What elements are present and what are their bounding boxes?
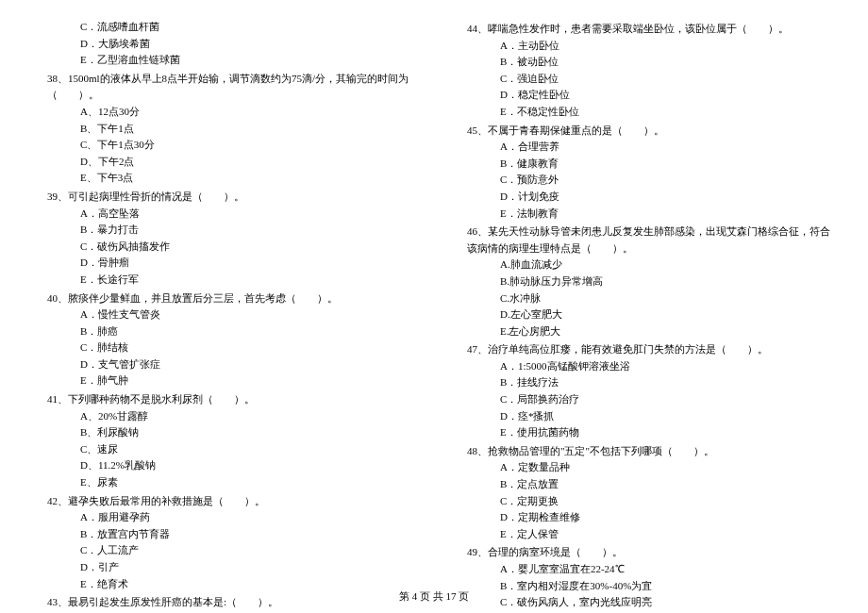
q37-option-e: E．乙型溶血性链球菌 (80, 52, 420, 69)
q45-option-e: E．法制教育 (500, 206, 840, 223)
q42-stem: 42、避孕失败后最常用的补救措施是（ ）。 (47, 493, 420, 510)
q48-option-c: C．定期更换 (500, 493, 840, 510)
q39-option-d: D．骨肿瘤 (80, 255, 420, 272)
q48-option-b: B．定点放置 (500, 476, 840, 493)
right-column: 44、哮喘急性发作时，患者需要采取端坐卧位，该卧位属于（ ）。 A．主动卧位 B… (448, 19, 840, 613)
q46-stem: 46、某先天性动脉导管未闭患儿反复发生肺部感染，出现艾森门格综合征，符合该病情的… (467, 224, 840, 257)
q41-option-b: B、利尿酸钠 (80, 424, 420, 441)
q41-stem: 41、下列哪种药物不是脱水利尿剂（ ）。 (47, 391, 420, 408)
q44-option-d: D．稳定性卧位 (500, 87, 840, 104)
q38-option-e: E、下午3点 (80, 170, 420, 187)
q45-stem: 45、不属于青春期保健重点的是（ ）。 (467, 123, 840, 140)
q37-option-c: C．流感嗜血杆菌 (80, 19, 420, 36)
q48-option-a: A．定数量品种 (500, 459, 840, 476)
q47-option-a: A．1:5000高锰酸钾溶液坐浴 (500, 358, 840, 375)
q44-option-c: C．强迫卧位 (500, 71, 840, 88)
q40-stem: 40、脓痰伴少量鲜血，并且放置后分三层，首先考虑（ ）。 (47, 290, 420, 307)
q49-option-a: A．婴儿室室温宜在22-24℃ (500, 561, 840, 578)
q40-option-d: D．支气管扩张症 (80, 356, 420, 373)
q46-option-a: A.肺血流减少 (500, 257, 840, 273)
q41-option-a: A、20%甘露醇 (80, 408, 420, 425)
q45-option-d: D．计划免疫 (500, 189, 840, 206)
q49-stem: 49、合理的病室环境是（ ）。 (467, 544, 840, 561)
q40-option-a: A．慢性支气管炎 (80, 306, 420, 323)
q41-option-d: D、11.2%乳酸钠 (80, 457, 420, 474)
q48-option-e: E．定人保管 (500, 526, 840, 543)
q38-option-c: C、下午1点30分 (80, 137, 420, 154)
q45-option-c: C．预防意外 (500, 172, 840, 189)
q44-option-b: B．被动卧位 (500, 54, 840, 71)
q40-option-e: E．肺气肿 (80, 373, 420, 389)
q42-option-c: C．人工流产 (80, 542, 420, 559)
q48-option-d: D．定期检查维修 (500, 509, 840, 526)
q38-stem: 38、1500ml的液体从早上8点半开始输，调节滴数约为75滴/分，其输完的时间… (47, 71, 420, 104)
q38-option-d: D、下午2点 (80, 154, 420, 171)
q42-option-b: B．放置宫内节育器 (80, 526, 420, 543)
q41-option-e: E、尿素 (80, 474, 420, 491)
q39-option-a: A．高空坠落 (80, 206, 420, 223)
q47-option-d: D．痉*搔抓 (500, 408, 840, 425)
q46-option-d: D.左心室肥大 (500, 306, 840, 323)
q46-option-c: C.水冲脉 (500, 290, 840, 307)
q44-option-e: E．不稳定性卧位 (500, 104, 840, 121)
q45-option-b: B．健康教育 (500, 156, 840, 173)
q39-stem: 39、可引起病理性骨折的情况是（ ）。 (47, 189, 420, 206)
q47-option-c: C．局部换药治疗 (500, 391, 840, 408)
q41-option-c: C、速尿 (80, 441, 420, 458)
q40-option-c: C．肺结核 (80, 340, 420, 356)
q39-option-b: B．暴力打击 (80, 222, 420, 239)
q47-stem: 47、治疗单纯高位肛瘘，能有效避免肛门失禁的方法是（ ）。 (467, 341, 840, 358)
q48-stem: 48、抢救物品管理的"五定"不包括下列哪项（ ）。 (467, 443, 840, 460)
document-content: C．流感嗜血杆菌 D．大肠埃希菌 E．乙型溶血性链球菌 38、1500ml的液体… (0, 0, 868, 613)
q42-option-d: D．引产 (80, 559, 420, 576)
q37-option-d: D．大肠埃希菌 (80, 36, 420, 53)
q47-option-e: E．使用抗菌药物 (500, 424, 840, 441)
q39-option-e: E．长途行军 (80, 272, 420, 289)
q46-option-e: E.左心房肥大 (500, 323, 840, 340)
page-footer: 第 4 页 共 17 页 (0, 588, 868, 605)
q42-option-a: A．服用避孕药 (80, 509, 420, 526)
q45-option-a: A．合理营养 (500, 139, 840, 156)
q44-option-a: A．主动卧位 (500, 38, 840, 55)
q39-option-c: C．破伤风抽搐发作 (80, 239, 420, 256)
q47-option-b: B．挂线疗法 (500, 374, 840, 391)
q40-option-b: B．肺癌 (80, 323, 420, 340)
q44-stem: 44、哮喘急性发作时，患者需要采取端坐卧位，该卧位属于（ ）。 (467, 21, 840, 38)
q46-option-b: B.肺动脉压力异常增高 (500, 273, 840, 290)
q38-option-b: B、下午1点 (80, 121, 420, 138)
q38-option-a: A、12点30分 (80, 104, 420, 121)
left-column: C．流感嗜血杆菌 D．大肠埃希菌 E．乙型溶血性链球菌 38、1500ml的液体… (28, 19, 420, 613)
